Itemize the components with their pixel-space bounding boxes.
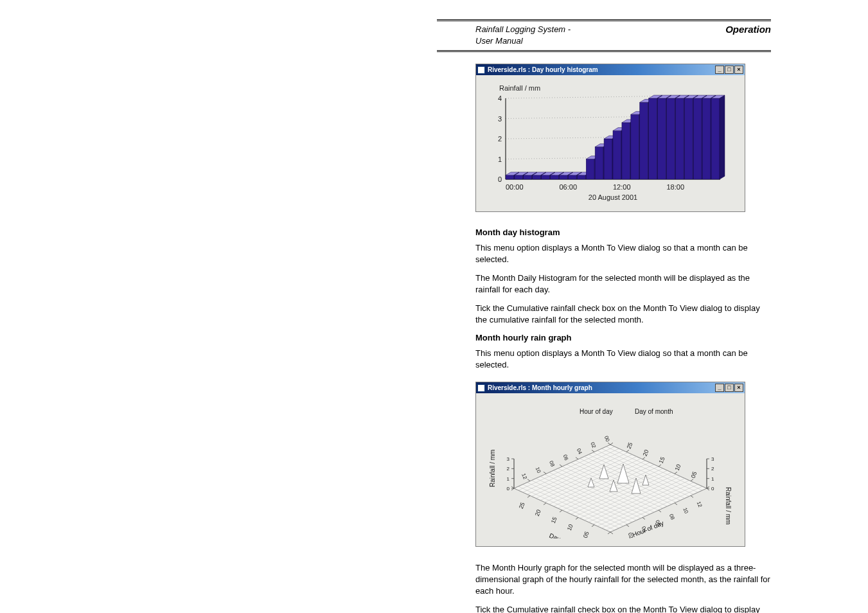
svg-text:20: 20 — [534, 509, 542, 517]
svg-text:3: 3 — [498, 115, 502, 123]
svg-rect-56 — [640, 102, 648, 179]
svg-text:1: 1 — [507, 476, 510, 482]
svg-rect-44 — [604, 139, 612, 179]
svg-rect-47 — [613, 130, 621, 179]
svg-line-158 — [659, 465, 661, 466]
svg-rect-50 — [622, 123, 630, 179]
svg-rect-65 — [667, 98, 675, 179]
header-doc-title: Rainfall Logging System - User Manual — [475, 24, 571, 46]
window-app-icon — [477, 384, 485, 392]
svg-rect-26 — [551, 175, 559, 179]
header-section-title: Operation — [725, 24, 771, 35]
svg-text:Hour of day: Hour of day — [580, 408, 613, 415]
svg-rect-59 — [649, 98, 657, 179]
header-bottom-rule — [437, 50, 771, 52]
svg-line-170 — [707, 486, 709, 488]
svg-text:3: 3 — [711, 456, 714, 462]
svg-text:00:00: 00:00 — [506, 183, 524, 191]
close-icon[interactable]: × — [734, 384, 743, 392]
svg-line-168 — [610, 532, 613, 534]
body-text: Tick the Cumulative rainfall check box o… — [475, 303, 771, 325]
surface-3d-chart: 2525202015151010050500020406081012000204… — [483, 398, 738, 538]
svg-text:2: 2 — [711, 466, 714, 472]
svg-rect-77 — [702, 98, 711, 179]
svg-line-147 — [527, 496, 530, 498]
svg-line-148 — [691, 496, 693, 498]
figure-month-hourly-graph: Riverside.rls : Month hourly graph _ □ ×… — [475, 382, 771, 547]
svg-text:10: 10 — [674, 464, 682, 472]
svg-text:10: 10 — [566, 524, 574, 532]
svg-rect-29 — [560, 175, 568, 179]
svg-rect-41 — [595, 147, 603, 179]
svg-line-169 — [511, 486, 514, 488]
svg-line-166 — [691, 479, 693, 481]
svg-text:1: 1 — [498, 155, 502, 163]
svg-rect-14 — [515, 175, 523, 179]
svg-rect-68 — [675, 98, 684, 179]
svg-text:00: 00 — [603, 436, 611, 443]
svg-text:2: 2 — [507, 466, 510, 472]
minimize-icon[interactable]: _ — [715, 384, 724, 392]
svg-text:04: 04 — [576, 448, 583, 456]
section-heading-month-day-histogram: Month day histogram — [475, 227, 771, 237]
svg-line-144 — [707, 488, 709, 490]
svg-line-163 — [592, 525, 594, 527]
svg-line-150 — [626, 450, 629, 452]
svg-text:0: 0 — [711, 486, 714, 492]
svg-text:12:00: 12:00 — [613, 183, 631, 191]
svg-rect-80 — [711, 98, 720, 179]
svg-rect-71 — [684, 98, 693, 179]
svg-text:00: 00 — [613, 538, 621, 539]
close-icon[interactable]: × — [734, 66, 743, 74]
svg-text:Day of month: Day of month — [635, 408, 673, 415]
bar-chart: 1234000:0006:0012:0018:0020 August 2001 — [488, 94, 733, 204]
svg-rect-17 — [524, 175, 532, 179]
svg-text:15: 15 — [550, 516, 558, 524]
window-title-text: Riverside.rls : Month hourly graph — [488, 384, 592, 391]
svg-text:25: 25 — [626, 442, 634, 450]
window-title-text: Riverside.rls : Day hourly histogram — [488, 66, 598, 73]
svg-line-153 — [576, 458, 578, 459]
svg-line-164 — [626, 525, 629, 527]
svg-rect-20 — [533, 175, 541, 179]
svg-text:25: 25 — [518, 502, 526, 510]
minimize-icon[interactable]: _ — [715, 66, 724, 74]
chart-y-axis-label: Rainfall / mm — [499, 84, 733, 92]
window-titlebar: Riverside.rls : Day hourly histogram _ □… — [476, 64, 745, 75]
svg-text:05: 05 — [582, 531, 590, 538]
svg-line-159 — [576, 518, 578, 520]
svg-line-157 — [560, 465, 562, 466]
svg-text:Hour of day: Hour of day — [632, 520, 665, 539]
maximize-icon[interactable]: □ — [725, 384, 734, 392]
svg-rect-23 — [542, 175, 550, 179]
figure-day-hourly-histogram: Riverside.rls : Day hourly histogram _ □… — [475, 64, 771, 212]
svg-line-161 — [544, 472, 546, 474]
body-text: Tick the Cumulative rainfall check box o… — [475, 604, 771, 613]
body-text: This menu option displays a Month To Vie… — [475, 242, 771, 265]
svg-rect-38 — [586, 159, 594, 180]
svg-text:12: 12 — [520, 473, 528, 481]
svg-rect-53 — [631, 114, 639, 179]
svg-text:06: 06 — [562, 454, 570, 462]
svg-line-146 — [610, 443, 613, 445]
svg-text:2: 2 — [498, 135, 502, 143]
svg-line-165 — [527, 479, 530, 481]
svg-line-167 — [608, 532, 610, 534]
maximize-icon[interactable]: □ — [725, 66, 734, 74]
body-text: The Month Hourly graph for the selected … — [475, 562, 771, 596]
svg-text:Rainfall / mm: Rainfall / mm — [725, 487, 732, 524]
svg-line-152 — [675, 503, 677, 505]
svg-rect-35 — [577, 175, 585, 179]
svg-rect-11 — [506, 175, 514, 179]
svg-rect-32 — [568, 175, 576, 179]
svg-line-155 — [560, 510, 562, 512]
svg-line-143 — [511, 488, 514, 490]
svg-line-156 — [659, 510, 661, 512]
svg-text:12: 12 — [696, 501, 704, 509]
svg-line-151 — [544, 503, 546, 505]
svg-text:05: 05 — [690, 471, 698, 479]
svg-text:0: 0 — [498, 175, 502, 183]
svg-text:0: 0 — [507, 486, 510, 492]
svg-text:20: 20 — [642, 449, 650, 458]
svg-line-154 — [642, 458, 645, 459]
